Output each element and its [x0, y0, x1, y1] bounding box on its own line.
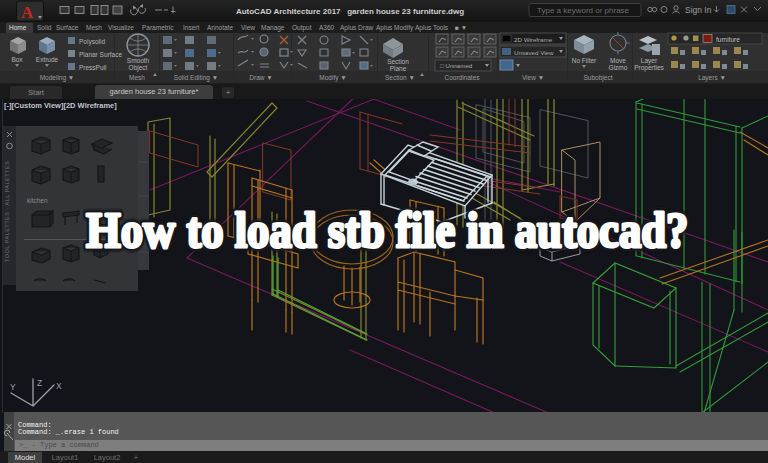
svg-text:How to load stb file in autoca: How to load stb file in autocad?	[86, 201, 688, 257]
